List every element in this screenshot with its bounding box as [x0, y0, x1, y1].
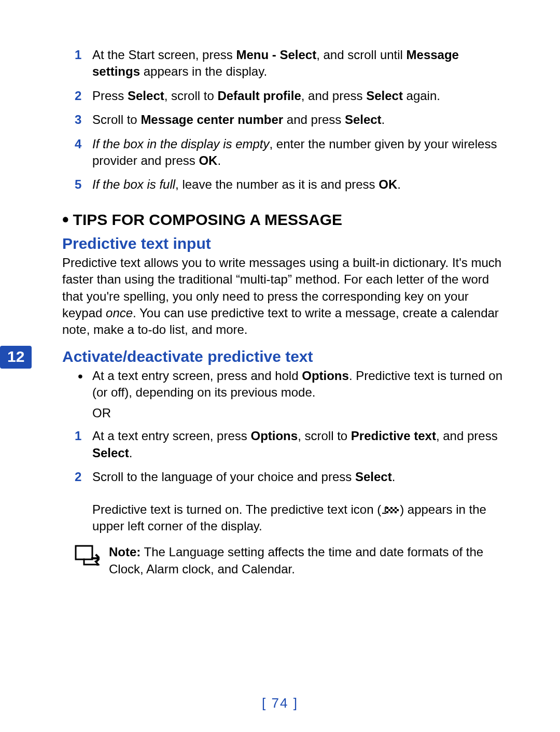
or-label: OR: [92, 406, 508, 420]
list-item: 4If the box in the display is empty, ent…: [75, 136, 508, 170]
step-number: 2: [75, 88, 81, 104]
list-item: At a text entry screen, press and hold O…: [75, 368, 508, 401]
step-number: 3: [75, 111, 81, 128]
chapter-tab: 12: [0, 346, 32, 369]
svg-rect-8: [390, 511, 393, 513]
list-item: 1At the Start screen, press Menu - Selec…: [75, 47, 508, 80]
predictive-paragraph: Predictive text allows you to write mess…: [62, 255, 508, 339]
svg-rect-6: [397, 509, 399, 511]
steps-bottom: 1At a text entry screen, press Options, …: [75, 428, 508, 485]
page-number: [ 74 ]: [0, 695, 560, 711]
predictive-text-icon: [381, 505, 400, 515]
svg-rect-7: [386, 511, 388, 513]
svg-rect-4: [388, 509, 390, 511]
svg-rect-3: [395, 507, 397, 509]
list-item: 3Scroll to Message center number and pre…: [75, 111, 508, 128]
bullet-icon: •: [62, 209, 69, 230]
list-item: 2Scroll to the language of your choice a…: [75, 469, 508, 485]
step-number: 4: [75, 136, 81, 152]
note-text: Note: The Language setting affects the t…: [109, 544, 508, 578]
section-title: •TIPS FOR COMPOSING A MESSAGE: [62, 209, 508, 231]
step-number: 2: [75, 469, 81, 485]
step-number: 1: [75, 428, 81, 444]
note-row: Note: The Language setting affects the t…: [75, 544, 508, 578]
note-arrow-icon: [75, 545, 100, 568]
svg-rect-5: [393, 509, 395, 511]
activate-bullet-list: At a text entry screen, press and hold O…: [75, 368, 508, 401]
steps-top: 1At the Start screen, press Menu - Selec…: [75, 47, 508, 193]
section-title-text: TIPS FOR COMPOSING A MESSAGE: [73, 211, 343, 228]
document-page: 1At the Start screen, press Menu - Selec…: [0, 0, 560, 732]
step-number: 1: [75, 47, 81, 63]
subheading-predictive: Predictive text input: [62, 235, 508, 252]
result-paragraph: Predictive text is turned on. The predic…: [92, 501, 508, 535]
subheading-activate: Activate/deactivate predictive text: [62, 348, 508, 365]
list-item: 2Press Select, scroll to Default profile…: [75, 88, 508, 104]
list-item: 5If the box is full, leave the number as…: [75, 176, 508, 193]
svg-rect-2: [390, 507, 393, 509]
svg-rect-9: [395, 511, 397, 513]
step-number: 5: [75, 176, 81, 193]
svg-rect-10: [76, 546, 92, 559]
list-item: 1At a text entry screen, press Options, …: [75, 428, 508, 461]
